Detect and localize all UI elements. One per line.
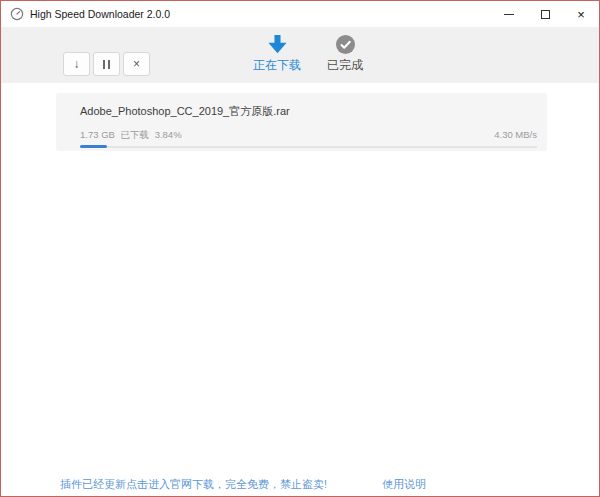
progress-fill [80,145,107,148]
window-title: High Speed Downloader 2.0.0 [30,8,170,20]
minimize-button[interactable] [491,1,527,27]
downloaded-label: 已下载 [121,129,150,140]
download-meta-row: 1.73 GB 已下载 3.84% 4.30 MB/s [80,129,537,142]
tab-downloading[interactable]: 正在下载 [253,35,301,74]
download-filename: Adobe_Photoshop_CC_2019_官方原版.rar [80,104,537,119]
download-action-buttons: ↓ × [63,52,150,76]
resume-download-button[interactable]: ↓ [63,52,90,76]
progress-bar [80,146,537,148]
pause-download-button[interactable] [93,52,120,76]
footer: 插件已经更新点击进入官网下载，完全免费，禁止盗卖! 使用说明 [1,477,599,492]
app-logo-icon [10,7,24,21]
download-percent: 3.84% [155,129,182,140]
tab-bar: 正在下载 已完成 [253,35,363,74]
download-item[interactable]: Adobe_Photoshop_CC_2019_官方原版.rar 1.73 GB… [56,93,547,151]
tab-completed[interactable]: 已完成 [327,35,363,74]
minimize-icon [504,14,514,15]
help-link[interactable]: 使用说明 [382,477,426,492]
promo-notice-link[interactable]: 插件已经更新点击进入官网下载，完全免费，禁止盗卖! [60,477,327,492]
cancel-icon: × [133,58,140,70]
pause-icon [103,60,110,69]
app-window: High Speed Downloader 2.0.0 × ↓ × [0,0,600,497]
maximize-icon [541,10,550,19]
maximize-button[interactable] [527,1,563,27]
downloading-arrow-icon [267,35,288,54]
toolbar: ↓ × 正在下载 [1,27,599,83]
close-icon: × [577,8,585,21]
window-controls: × [491,1,599,27]
download-list: Adobe_Photoshop_CC_2019_官方原版.rar 1.73 GB… [1,83,599,496]
download-size: 1.73 GB [80,129,115,140]
down-arrow-icon: ↓ [74,58,80,70]
close-button[interactable]: × [563,1,599,27]
download-speed: 4.30 MB/s [494,129,537,140]
cancel-download-button[interactable]: × [123,52,150,76]
completed-check-icon [336,35,355,54]
tab-completed-label: 已完成 [327,57,363,74]
download-progress-text: 1.73 GB 已下载 3.84% [80,129,185,142]
tab-downloading-label: 正在下载 [253,57,301,74]
titlebar: High Speed Downloader 2.0.0 × [1,1,599,27]
